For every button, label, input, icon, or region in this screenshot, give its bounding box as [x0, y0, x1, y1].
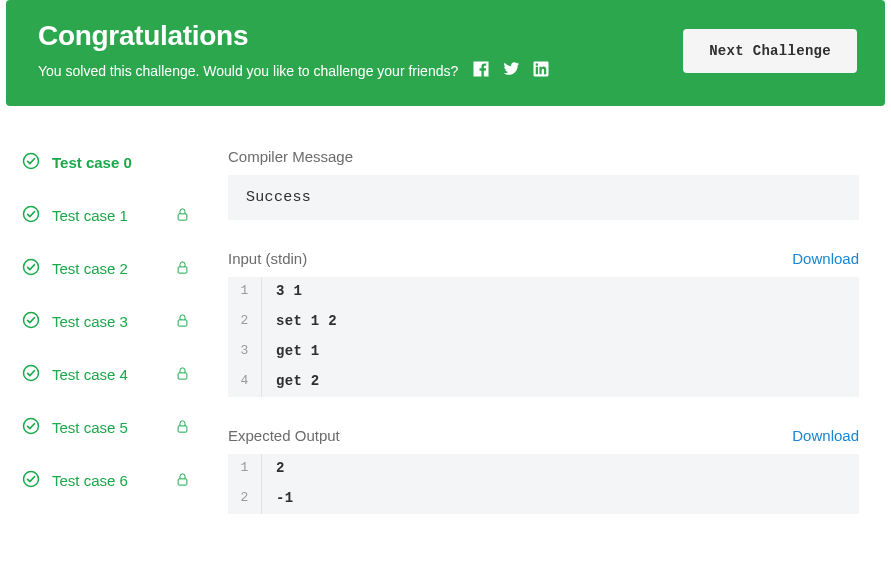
svg-point-11: [24, 472, 39, 487]
code-line: 12: [228, 454, 859, 484]
code-line: 13 1: [228, 277, 859, 307]
check-circle-icon: [22, 417, 40, 438]
code-line: 3get 1: [228, 337, 859, 367]
social-icons-group: [472, 60, 550, 82]
test-case-item[interactable]: Test case 3: [6, 295, 202, 348]
results-content: Test case 0Test case 1Test case 2Test ca…: [6, 126, 885, 564]
line-number: 4: [228, 367, 262, 397]
test-case-sidebar[interactable]: Test case 0Test case 1Test case 2Test ca…: [6, 126, 202, 564]
svg-rect-10: [178, 425, 187, 431]
compiler-section: Compiler Message Success: [228, 148, 859, 220]
test-case-label: Test case 2: [52, 260, 163, 277]
line-number: 3: [228, 337, 262, 367]
input-download-link[interactable]: Download: [792, 250, 859, 267]
test-case-item[interactable]: Test case 1: [6, 189, 202, 242]
banner-text-block: Congratulations You solved this challeng…: [38, 20, 550, 82]
svg-rect-12: [178, 478, 187, 484]
expected-download-link[interactable]: Download: [792, 427, 859, 444]
lock-icon: [175, 419, 190, 437]
check-circle-icon: [22, 470, 40, 491]
compiler-heading: Compiler Message: [228, 148, 353, 165]
lock-icon: [175, 313, 190, 331]
test-case-details[interactable]: Compiler Message Success Input (stdin) D…: [202, 126, 885, 564]
banner-subtitle: You solved this challenge. Would you lik…: [38, 63, 458, 79]
check-circle-icon: [22, 205, 40, 226]
test-case-label: Test case 1: [52, 207, 163, 224]
svg-point-3: [24, 260, 39, 275]
test-case-item[interactable]: Test case 4: [6, 348, 202, 401]
test-case-item[interactable]: Test case 0: [6, 136, 202, 189]
test-case-item[interactable]: Test case 2: [6, 242, 202, 295]
line-number: 1: [228, 277, 262, 307]
expected-heading: Expected Output: [228, 427, 340, 444]
expected-code-box: 122-1: [228, 454, 859, 514]
line-number: 2: [228, 307, 262, 337]
input-heading: Input (stdin): [228, 250, 307, 267]
facebook-icon[interactable]: [472, 60, 490, 82]
svg-rect-6: [178, 319, 187, 325]
line-number: 1: [228, 454, 262, 484]
line-number: 2: [228, 484, 262, 514]
test-case-label: Test case 0: [52, 154, 190, 171]
check-circle-icon: [22, 311, 40, 332]
lock-icon: [175, 366, 190, 384]
svg-rect-4: [178, 266, 187, 272]
next-challenge-button[interactable]: Next Challenge: [683, 29, 857, 73]
code-text: 2: [262, 454, 299, 484]
compiler-message: Success: [228, 175, 859, 220]
code-line: 4get 2: [228, 367, 859, 397]
code-text: 3 1: [262, 277, 316, 307]
code-line: 2-1: [228, 484, 859, 514]
code-text: -1: [262, 484, 307, 514]
expected-output-section: Expected Output Download 122-1: [228, 427, 859, 514]
test-case-label: Test case 3: [52, 313, 163, 330]
check-circle-icon: [22, 364, 40, 385]
test-case-label: Test case 6: [52, 472, 163, 489]
code-line: 2set 1 2: [228, 307, 859, 337]
code-text: get 2: [262, 367, 334, 397]
test-case-label: Test case 5: [52, 419, 163, 436]
svg-point-0: [24, 154, 39, 169]
check-circle-icon: [22, 152, 40, 173]
test-case-item[interactable]: Test case 5: [6, 401, 202, 454]
svg-point-7: [24, 366, 39, 381]
congrats-banner: Congratulations You solved this challeng…: [6, 0, 885, 106]
lock-icon: [175, 260, 190, 278]
linkedin-icon[interactable]: [532, 60, 550, 82]
svg-rect-8: [178, 372, 187, 378]
svg-point-1: [24, 207, 39, 222]
check-circle-icon: [22, 258, 40, 279]
banner-title: Congratulations: [38, 20, 550, 52]
twitter-icon[interactable]: [502, 60, 520, 82]
test-case-label: Test case 4: [52, 366, 163, 383]
svg-point-9: [24, 419, 39, 434]
input-section: Input (stdin) Download 13 12set 1 23get …: [228, 250, 859, 397]
code-text: set 1 2: [262, 307, 351, 337]
test-case-item[interactable]: Test case 6: [6, 454, 202, 507]
lock-icon: [175, 472, 190, 490]
svg-rect-2: [178, 213, 187, 219]
code-text: get 1: [262, 337, 334, 367]
svg-point-5: [24, 313, 39, 328]
input-code-box: 13 12set 1 23get 14get 2: [228, 277, 859, 397]
lock-icon: [175, 207, 190, 225]
banner-subtitle-row: You solved this challenge. Would you lik…: [38, 60, 550, 82]
